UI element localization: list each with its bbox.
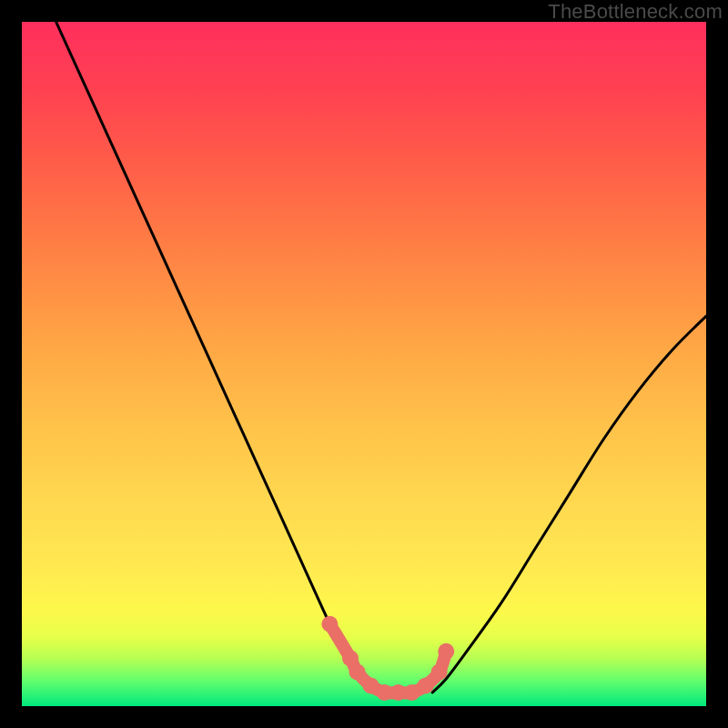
chart-frame: TheBottleneck.com (0, 0, 728, 728)
marker-dot (349, 663, 365, 680)
left-curve (56, 22, 378, 693)
curve-group (56, 22, 706, 693)
marker-group (321, 616, 454, 701)
marker-dot (321, 616, 338, 632)
right-curve (432, 316, 706, 693)
marker-dot (431, 663, 448, 680)
plot-area (22, 22, 706, 706)
watermark-text: TheBottleneck.com (548, 0, 723, 24)
marker-dot (418, 677, 434, 693)
marker-dot (438, 643, 454, 660)
bottleneck-curve (22, 22, 706, 706)
